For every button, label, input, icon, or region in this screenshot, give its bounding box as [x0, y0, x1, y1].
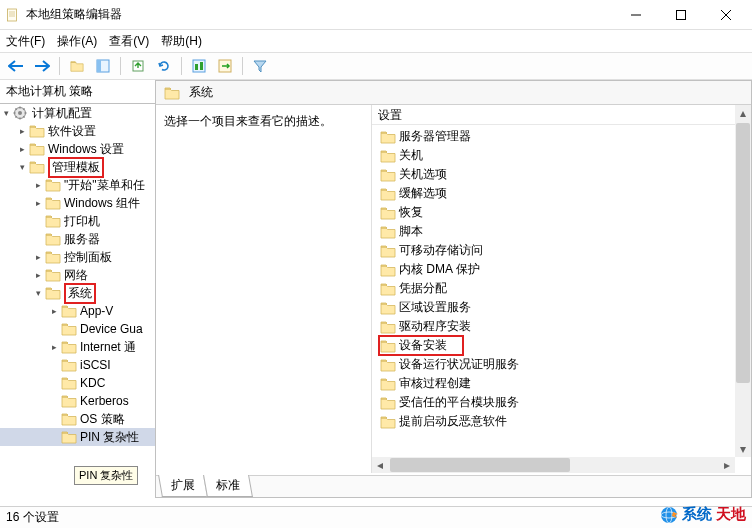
column-settings[interactable]: 设置	[372, 105, 751, 125]
tree-os-policy[interactable]: OS 策略	[0, 410, 155, 428]
folder-icon	[45, 268, 61, 282]
expand-icon[interactable]: ▸	[32, 197, 44, 209]
folder-icon	[45, 178, 61, 192]
menu-bar: 文件(F) 操作(A) 查看(V) 帮助(H)	[0, 30, 752, 52]
list-item[interactable]: 内核 DMA 保护	[372, 260, 751, 279]
list-item[interactable]: 驱动程序安装	[372, 317, 751, 336]
tree-tooltip: PIN 复杂性	[74, 466, 138, 485]
folder-icon	[380, 396, 396, 410]
list-item[interactable]: 审核过程创建	[372, 374, 751, 393]
scroll-right-icon[interactable]: ▸	[719, 457, 735, 473]
folder-icon	[164, 86, 180, 100]
tree-start-menu[interactable]: ▸"开始"菜单和任	[0, 176, 155, 194]
folder-icon	[61, 412, 77, 426]
expand-icon[interactable]: ▸	[32, 269, 44, 281]
horizontal-scrollbar[interactable]: ◂▸	[372, 457, 735, 473]
tree-header[interactable]: 本地计算机 策略	[0, 80, 155, 104]
list-item[interactable]: 关机选项	[372, 165, 751, 184]
tree-iscsi[interactable]: iSCSI	[0, 356, 155, 374]
list-item[interactable]: 脚本	[372, 222, 751, 241]
tree-control-panel[interactable]: ▸控制面板	[0, 248, 155, 266]
menu-help[interactable]: 帮助(H)	[161, 33, 202, 50]
description-pane: 选择一个项目来查看它的描述。	[156, 105, 372, 473]
folder-icon	[380, 377, 396, 391]
expand-icon[interactable]: ▸	[48, 305, 60, 317]
folder-icon	[380, 149, 396, 163]
svg-rect-23	[200, 62, 203, 70]
filter-button[interactable]	[248, 55, 272, 77]
content-tabs: 扩展 标准	[156, 475, 751, 497]
list-item[interactable]: 恢复	[372, 203, 751, 222]
expand-icon[interactable]: ▸	[32, 251, 44, 263]
close-button[interactable]	[703, 0, 748, 30]
tree-computer-config[interactable]: ▾计算机配置	[0, 104, 155, 122]
collapse-icon[interactable]: ▾	[16, 161, 28, 173]
folder-icon	[380, 130, 396, 144]
scroll-thumb[interactable]	[390, 458, 570, 472]
list-item[interactable]: 缓解选项	[372, 184, 751, 203]
tree-printer[interactable]: 打印机	[0, 212, 155, 230]
list-item[interactable]: 凭据分配	[372, 279, 751, 298]
list-item[interactable]: 区域设置服务	[372, 298, 751, 317]
tree-device-guard[interactable]: Device Gua	[0, 320, 155, 338]
tree-software-settings[interactable]: ▸软件设置	[0, 122, 155, 140]
status-text: 16 个设置	[6, 509, 59, 526]
refresh-button[interactable]	[152, 55, 176, 77]
list-item[interactable]: 可移动存储访问	[372, 241, 751, 260]
content-header: 系统	[156, 81, 751, 105]
list-item-device-install[interactable]: 设备安装	[372, 336, 751, 355]
nav-forward-button[interactable]	[30, 55, 54, 77]
menu-view[interactable]: 查看(V)	[109, 33, 149, 50]
folder-icon	[45, 286, 61, 300]
tree-windows-components[interactable]: ▸Windows 组件	[0, 194, 155, 212]
scroll-down-icon[interactable]: ▾	[735, 441, 751, 457]
tree-system[interactable]: ▾系统	[0, 284, 155, 302]
tab-extended[interactable]: 扩展	[158, 475, 208, 497]
scroll-left-icon[interactable]: ◂	[372, 457, 388, 473]
collapse-icon[interactable]: ▾	[0, 107, 12, 119]
vertical-scrollbar[interactable]: ▴▾	[735, 105, 751, 457]
menu-file[interactable]: 文件(F)	[6, 33, 45, 50]
scroll-up-icon[interactable]: ▴	[735, 105, 751, 121]
maximize-button[interactable]	[658, 0, 703, 30]
expand-icon[interactable]: ▸	[16, 125, 28, 137]
list-item[interactable]: 关机	[372, 146, 751, 165]
scroll-thumb[interactable]	[736, 123, 750, 383]
list-item[interactable]: 设备运行状况证明服务	[372, 355, 751, 374]
up-level-button[interactable]	[65, 55, 89, 77]
status-bar: 16 个设置	[0, 506, 752, 528]
tree-kerberos[interactable]: Kerberos	[0, 392, 155, 410]
nav-back-button[interactable]	[4, 55, 28, 77]
tree-kdc[interactable]: KDC	[0, 374, 155, 392]
tree-internet[interactable]: ▸Internet 通	[0, 338, 155, 356]
list-pane: 设置 服务器管理器 关机 关机选项 缓解选项 恢复 脚本 可移动存储访问 内核 …	[372, 105, 751, 473]
folder-icon	[29, 142, 45, 156]
expand-icon[interactable]: ▸	[16, 143, 28, 155]
tab-standard[interactable]: 标准	[203, 475, 253, 497]
list-item[interactable]: 服务器管理器	[372, 127, 751, 146]
tree-admin-templates[interactable]: ▾管理模板	[0, 158, 155, 176]
globe-icon	[660, 506, 678, 524]
show-hide-tree-button[interactable]	[91, 55, 115, 77]
collapse-icon[interactable]: ▾	[32, 287, 44, 299]
list-item[interactable]: 受信任的平台模块服务	[372, 393, 751, 412]
tree-network[interactable]: ▸网络	[0, 266, 155, 284]
folder-icon	[61, 358, 77, 372]
content-title: 系统	[189, 84, 213, 101]
menu-action[interactable]: 操作(A)	[57, 33, 97, 50]
help-button[interactable]	[213, 55, 237, 77]
folder-icon	[380, 282, 396, 296]
folder-icon	[61, 394, 77, 408]
tree-pane: 本地计算机 策略 ▾计算机配置 ▸软件设置 ▸Windows 设置 ▾管理模板 …	[0, 80, 156, 498]
tree-windows-settings[interactable]: ▸Windows 设置	[0, 140, 155, 158]
export-button[interactable]	[126, 55, 150, 77]
properties-button[interactable]	[187, 55, 211, 77]
expand-icon[interactable]: ▸	[48, 341, 60, 353]
expand-icon[interactable]: ▸	[32, 179, 44, 191]
tree-appv[interactable]: ▸App-V	[0, 302, 155, 320]
content-pane: 系统 选择一个项目来查看它的描述。 设置 服务器管理器 关机 关机选项 缓解选项…	[156, 80, 752, 498]
tree-pin-complexity[interactable]: PIN 复杂性	[0, 428, 155, 446]
minimize-button[interactable]	[613, 0, 658, 30]
tree-server[interactable]: 服务器	[0, 230, 155, 248]
list-item[interactable]: 提前启动反恶意软件	[372, 412, 751, 431]
